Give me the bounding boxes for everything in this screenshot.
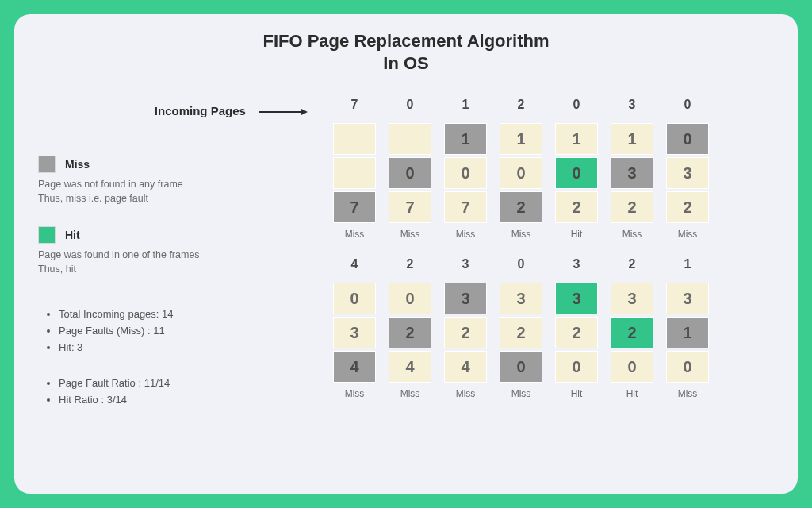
frame-cell: 1 bbox=[500, 123, 542, 155]
incoming-page-number: 0 bbox=[518, 257, 525, 276]
incoming-pages-label: Incoming Pages bbox=[155, 104, 308, 117]
column-status: Miss bbox=[511, 229, 531, 240]
incoming-page-number: 2 bbox=[629, 257, 636, 276]
legend-miss-desc: Page was not found in any frame Thus, mi… bbox=[38, 178, 308, 206]
frame-cell: 2 bbox=[555, 191, 598, 223]
frame-cell: 4 bbox=[389, 351, 431, 383]
column-status: Miss bbox=[622, 229, 642, 240]
frame-column: 2024Miss bbox=[387, 257, 433, 399]
frame-cell: 2 bbox=[611, 317, 653, 348]
legend-panel: Incoming Pages Miss Page was not found i… bbox=[38, 98, 308, 410]
miss-swatch-icon bbox=[38, 156, 56, 173]
frame-cell: 0 bbox=[666, 351, 709, 383]
frame-columns-row2: 4034Miss2024Miss3324Miss0320Miss3320Hit2… bbox=[331, 257, 774, 399]
frame-cell: 2 bbox=[444, 317, 487, 348]
page-title: FIFO Page Replacement Algorithm In OS bbox=[38, 30, 774, 74]
frame-cell: 1 bbox=[555, 123, 598, 155]
column-status: Hit bbox=[626, 388, 638, 399]
frame-cell: 3 bbox=[666, 283, 709, 314]
incoming-page-number: 0 bbox=[573, 98, 580, 117]
incoming-page-number: 0 bbox=[407, 98, 414, 117]
frame-cell: 3 bbox=[611, 283, 653, 314]
frame-cell bbox=[389, 123, 431, 155]
frame-cell: 0 bbox=[389, 283, 431, 314]
frame-cell: 0 bbox=[611, 351, 653, 383]
frame-cell: 0 bbox=[444, 157, 487, 189]
arrow-right-icon bbox=[259, 108, 308, 116]
incoming-page-number: 0 bbox=[684, 98, 691, 117]
incoming-page-number: 4 bbox=[351, 257, 358, 276]
frame-cell: 2 bbox=[500, 191, 542, 223]
column-status: Miss bbox=[400, 388, 420, 399]
frame-column: 77Miss bbox=[331, 98, 377, 240]
frame-cell bbox=[333, 123, 376, 155]
column-status: Miss bbox=[678, 229, 698, 240]
frame-cell: 2 bbox=[555, 317, 598, 348]
frame-cell: 0 bbox=[555, 157, 598, 189]
legend-hit-desc: Page was found in one of the frames Thus… bbox=[38, 248, 308, 276]
hit-swatch-icon bbox=[38, 226, 56, 244]
frame-cell: 7 bbox=[389, 191, 431, 223]
column-status: Miss bbox=[400, 229, 420, 240]
frame-cell: 1 bbox=[444, 123, 487, 155]
column-status: Hit bbox=[571, 388, 583, 399]
frame-column: 1107Miss bbox=[442, 98, 488, 240]
legend-hit: Hit bbox=[38, 226, 308, 244]
stat-hit-ratio: Hit Ratio : 3/14 bbox=[59, 394, 308, 406]
frame-cell: 2 bbox=[666, 191, 709, 223]
stat-hits: Hit: 3 bbox=[59, 341, 308, 353]
incoming-page-number: 1 bbox=[462, 98, 469, 117]
stats-block: Total Incoming pages: 14 Page Faults (Mi… bbox=[38, 308, 308, 406]
column-status: Miss bbox=[345, 229, 365, 240]
frame-cell: 3 bbox=[333, 317, 376, 348]
frame-cell: 0 bbox=[333, 283, 376, 314]
frame-column: 0032Miss bbox=[665, 98, 710, 240]
incoming-page-number: 3 bbox=[462, 257, 469, 276]
frame-column: 0102Hit bbox=[553, 98, 599, 240]
incoming-page-number: 2 bbox=[518, 98, 525, 117]
column-status: Miss bbox=[456, 388, 476, 399]
frame-cell: 0 bbox=[555, 351, 598, 383]
frame-column: 3132Miss bbox=[609, 98, 655, 240]
frame-cell: 2 bbox=[389, 317, 431, 348]
frame-cell: 4 bbox=[333, 351, 376, 383]
frame-cell: 0 bbox=[389, 157, 431, 189]
incoming-page-number: 3 bbox=[629, 98, 636, 117]
column-status: Miss bbox=[456, 229, 476, 240]
incoming-page-number: 3 bbox=[573, 257, 580, 276]
diagram-canvas: FIFO Page Replacement Algorithm In OS In… bbox=[14, 14, 798, 494]
incoming-page-number: 7 bbox=[351, 98, 358, 117]
svg-marker-1 bbox=[301, 109, 308, 115]
frame-column: 3320Hit bbox=[553, 257, 599, 399]
frame-column: 2320Hit bbox=[609, 257, 655, 399]
frame-cell: 2 bbox=[500, 317, 542, 348]
legend-miss: Miss bbox=[38, 156, 308, 173]
frame-cell: 0 bbox=[666, 123, 709, 155]
frame-cell: 3 bbox=[666, 157, 709, 189]
frame-cell: 7 bbox=[444, 191, 487, 223]
stat-faults: Page Faults (Miss) : 11 bbox=[59, 325, 308, 337]
frame-column: 1310Miss bbox=[665, 257, 710, 399]
grid-panel: 77Miss007Miss1107Miss2102Miss0102Hit3132… bbox=[331, 98, 774, 410]
frame-cell: 3 bbox=[500, 283, 542, 314]
column-status: Hit bbox=[571, 229, 583, 240]
frame-columns-row1: 77Miss007Miss1107Miss2102Miss0102Hit3132… bbox=[331, 98, 774, 240]
stat-total: Total Incoming pages: 14 bbox=[59, 308, 308, 320]
incoming-page-number: 2 bbox=[407, 257, 414, 276]
frame-cell bbox=[333, 157, 376, 189]
frame-cell: 2 bbox=[611, 191, 653, 223]
frame-cell: 3 bbox=[611, 157, 653, 189]
frame-cell: 0 bbox=[500, 157, 542, 189]
frame-cell: 3 bbox=[444, 283, 487, 314]
frame-column: 007Miss bbox=[387, 98, 433, 240]
frame-column: 3324Miss bbox=[442, 257, 488, 399]
frame-column: 2102Miss bbox=[498, 98, 544, 240]
column-status: Miss bbox=[345, 388, 365, 399]
stat-fault-ratio: Page Fault Ratio : 11/14 bbox=[59, 377, 308, 389]
frame-cell: 4 bbox=[444, 351, 487, 383]
incoming-page-number: 1 bbox=[684, 257, 691, 276]
frame-column: 4034Miss bbox=[331, 257, 377, 399]
frame-cell: 7 bbox=[333, 191, 376, 223]
column-status: Miss bbox=[678, 388, 698, 399]
frame-cell: 3 bbox=[555, 283, 598, 314]
